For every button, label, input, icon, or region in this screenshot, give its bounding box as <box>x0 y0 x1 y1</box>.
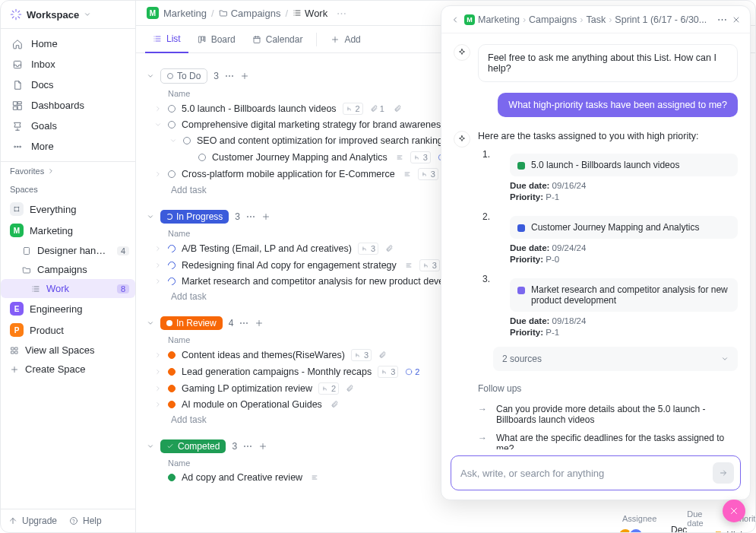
subtask-chip[interactable]: 3 <box>419 259 440 271</box>
answer-task-ref[interactable]: 5.0 launch - Billboards launch videos <box>510 154 738 176</box>
status-dot-icon[interactable] <box>168 351 176 359</box>
sidebar-item-designer-handbook[interactable]: Designer handbook 4 <box>1 241 135 260</box>
panel-crumb[interactable]: Task <box>586 14 606 25</box>
col-assignee[interactable]: Assignee <box>622 514 656 523</box>
status-dot-icon[interactable] <box>168 474 176 481</box>
status-dot-icon[interactable] <box>166 260 177 271</box>
group-add-icon[interactable] <box>258 442 267 451</box>
group-more-icon[interactable]: ⋯ <box>243 441 252 452</box>
status-dot-icon[interactable] <box>168 385 176 392</box>
group-collapse-toggle[interactable] <box>147 443 154 450</box>
link-chip[interactable]: 2 <box>403 366 422 377</box>
task-title[interactable]: Customer Journey Mapping and Analytics <box>212 152 387 163</box>
panel-back-icon[interactable] <box>451 15 460 24</box>
group-more-icon[interactable]: ⋯ <box>225 71 234 81</box>
tab-list[interactable]: List <box>145 26 188 53</box>
panel-more-icon[interactable]: ⋯ <box>717 14 727 25</box>
attachment-icon[interactable] <box>391 104 403 113</box>
status-pill-progress[interactable]: In Progress <box>160 210 229 224</box>
expand-icon[interactable] <box>154 170 162 178</box>
subtask-chip[interactable]: 3 <box>358 243 378 255</box>
task-title[interactable]: A/B Testing (Email, LP and Ad creatives) <box>182 243 352 254</box>
sidebar-item-engineering[interactable]: E Engineering <box>1 298 135 319</box>
answer-task-ref[interactable]: Customer Journey Mapping and Analytics <box>510 216 738 239</box>
task-title[interactable]: Market research and competitor analysis … <box>182 276 478 287</box>
subtask-chip[interactable]: 3 <box>410 151 431 163</box>
expand-icon[interactable] <box>169 137 177 144</box>
due-date-value[interactable]: Dec 6 <box>671 525 687 533</box>
fab-close-button[interactable] <box>723 500 745 522</box>
status-pill-todo[interactable]: To Do <box>160 68 207 84</box>
nav-more[interactable]: More <box>5 136 131 157</box>
nav-inbox[interactable]: Inbox <box>5 54 131 75</box>
subtask-chip[interactable]: 3 <box>418 168 438 180</box>
group-more-icon[interactable]: ⋯ <box>239 318 248 328</box>
status-dot-icon[interactable] <box>168 170 176 178</box>
priority-value[interactable]: High <box>714 530 745 533</box>
status-pill-review[interactable]: In Review <box>160 316 223 330</box>
status-dot-icon[interactable] <box>168 105 176 113</box>
tab-calendar[interactable]: Calendar <box>245 27 311 52</box>
upgrade-button[interactable]: Upgrade <box>8 516 57 526</box>
status-pill-competed[interactable]: Competed <box>160 439 226 453</box>
task-title[interactable]: Comprehensive digital marketing strategy… <box>182 119 445 130</box>
answer-task-ref[interactable]: Market research and competitor analysis … <box>510 278 738 312</box>
attachment-icon[interactable] <box>376 351 388 360</box>
nav-home[interactable]: Home <box>5 33 131 54</box>
nav-goals[interactable]: Goals <box>5 116 131 136</box>
status-dot-icon[interactable] <box>166 243 177 254</box>
tab-board[interactable]: Board <box>190 27 243 52</box>
expand-icon[interactable] <box>154 105 162 113</box>
subtask-chip[interactable]: 3 <box>378 366 398 378</box>
subtask-chip[interactable]: 3 <box>351 349 372 361</box>
group-more-icon[interactable]: ⋯ <box>246 211 255 222</box>
favorites-header[interactable]: Favorites <box>1 162 135 180</box>
sidebar-item-create-space[interactable]: Create Space <box>1 360 135 379</box>
assignee-avatars[interactable] <box>622 528 644 533</box>
attachment-chip[interactable]: 1 <box>368 103 387 114</box>
subtask-chip[interactable]: 2 <box>318 382 339 395</box>
group-add-icon[interactable] <box>261 212 270 221</box>
breadcrumb-more-icon[interactable]: ⋯ <box>337 8 346 19</box>
task-title[interactable]: Content ideas and themes(RiseWares) <box>182 350 345 360</box>
group-collapse-toggle[interactable] <box>147 72 154 80</box>
send-button[interactable] <box>713 462 734 484</box>
task-title[interactable]: Redesigning final Ad copy for engagement… <box>182 260 397 271</box>
sidebar-item-view-all-spaces[interactable]: View all Spaces <box>1 341 135 360</box>
status-dot-icon[interactable] <box>168 121 176 128</box>
group-add-icon[interactable] <box>255 319 264 328</box>
task-title[interactable]: SEO and content optimization for improve… <box>197 135 448 146</box>
attachment-icon[interactable] <box>383 244 395 253</box>
workspace-switcher[interactable]: Workspace <box>1 1 135 29</box>
followup-suggestion[interactable]: →Can you provide more details about the … <box>478 400 738 429</box>
task-title[interactable]: AI module on Operational Guides <box>182 399 322 410</box>
breadcrumb-folder[interactable]: Campaigns <box>219 8 281 19</box>
task-title[interactable]: Ad copy and Creative review <box>182 472 302 483</box>
attachment-icon[interactable] <box>328 400 340 409</box>
subtask-chip[interactable]: 2 <box>343 103 363 115</box>
group-add-icon[interactable] <box>240 71 249 81</box>
panel-crumb[interactable]: Campaigns <box>529 14 577 25</box>
status-dot-icon[interactable] <box>166 276 177 287</box>
followup-suggestion[interactable]: →What are the specific deadlines for the… <box>478 429 738 449</box>
nav-dashboards[interactable]: Dashboards <box>5 95 131 116</box>
sidebar-item-campaigns[interactable]: Campaigns <box>1 260 135 279</box>
sidebar-item-marketing[interactable]: M Marketing <box>1 220 135 241</box>
group-collapse-toggle[interactable] <box>147 213 154 220</box>
sidebar-item-everything[interactable]: Everything <box>1 198 135 220</box>
breadcrumb-space[interactable]: Marketing <box>163 8 207 19</box>
task-title[interactable]: Lead generation campaigns - Monthly reca… <box>182 366 372 377</box>
status-dot-icon[interactable] <box>183 137 191 144</box>
sidebar-item-product[interactable]: P Product <box>1 319 135 341</box>
task-title[interactable]: 5.0 launch - Billboards launch videos <box>182 103 337 114</box>
attachment-icon[interactable] <box>343 384 356 393</box>
task-title[interactable]: Gaming LP optimization review <box>182 383 312 394</box>
group-collapse-toggle[interactable] <box>147 319 154 327</box>
nav-docs[interactable]: Docs <box>5 75 131 95</box>
add-view-button[interactable]: Add <box>323 27 368 52</box>
sidebar-item-work[interactable]: Work 8 <box>1 279 135 298</box>
task-title[interactable]: Cross-platform mobile application for E-… <box>182 169 395 179</box>
expand-icon[interactable] <box>154 121 162 128</box>
panel-crumb[interactable]: Marketing <box>478 14 520 25</box>
panel-close-icon[interactable] <box>732 15 741 24</box>
